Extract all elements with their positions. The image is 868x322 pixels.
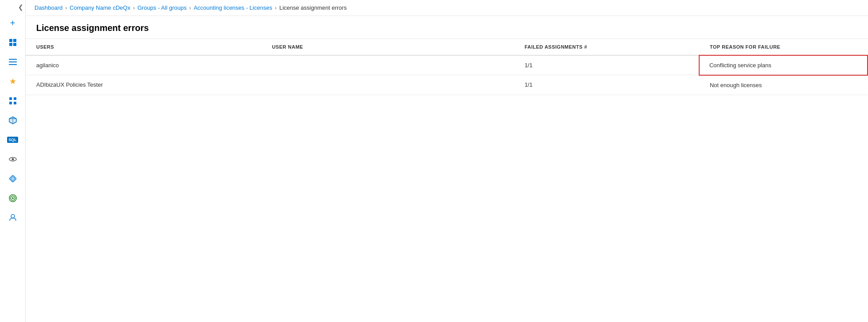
sidebar-item-favorites[interactable]: ★	[4, 73, 22, 90]
cell-failed: 1/1	[514, 55, 699, 75]
table-row[interactable]: agilanico1/1Conflicting service plans	[26, 55, 868, 75]
svg-rect-7	[9, 97, 12, 100]
cell-username	[261, 75, 514, 95]
breadcrumb-dashboard[interactable]: Dashboard	[34, 4, 63, 11]
svg-rect-8	[14, 97, 16, 100]
svg-rect-1	[13, 39, 16, 42]
breadcrumb: Dashboard › Company Name cDeQx › Groups …	[26, 0, 868, 16]
breadcrumb-current: License assignment errors	[279, 4, 346, 11]
breadcrumb-sep-2: ›	[133, 5, 135, 11]
target-icon	[9, 194, 17, 202]
sidebar-item-dashboard[interactable]	[4, 34, 22, 51]
table-container: USERS USER NAME FAILED ASSIGNMENTS # TOP…	[26, 39, 868, 322]
package-icon	[9, 116, 17, 124]
user-shield-icon	[9, 214, 17, 222]
svg-rect-5	[9, 61, 17, 62]
cell-users: ADIbizaUX Policies Tester	[26, 75, 261, 95]
sidebar: ❮ + ★	[0, 0, 26, 322]
breadcrumb-sep-3: ›	[189, 5, 191, 11]
sidebar-item-sql[interactable]: SQL	[4, 131, 22, 149]
list-icon	[9, 59, 17, 65]
sidebar-collapse-button[interactable]: ❮	[0, 4, 25, 11]
svg-point-21	[11, 215, 15, 218]
grid-icon	[9, 97, 16, 104]
sidebar-item-orbit[interactable]	[4, 150, 22, 168]
svg-rect-9	[9, 102, 12, 104]
col-header-failed: FAILED ASSIGNMENTS #	[514, 39, 699, 55]
breadcrumb-groups[interactable]: Groups - All groups	[137, 4, 187, 11]
cell-reason: Conflicting service plans	[699, 55, 868, 75]
star-icon: ★	[9, 77, 16, 86]
sidebar-item-target[interactable]	[4, 189, 22, 207]
main-content: Dashboard › Company Name cDeQx › Groups …	[26, 0, 868, 322]
sidebar-item-apps[interactable]	[4, 92, 22, 110]
svg-point-15	[11, 158, 14, 161]
license-errors-table: USERS USER NAME FAILED ASSIGNMENTS # TOP…	[26, 39, 868, 95]
orbit-icon	[9, 155, 17, 163]
svg-rect-6	[9, 64, 17, 65]
page-header: License assignment errors	[26, 16, 868, 39]
col-header-username: USER NAME	[261, 39, 514, 55]
svg-rect-4	[9, 59, 17, 60]
svg-rect-2	[9, 43, 12, 46]
sidebar-item-list[interactable]	[4, 53, 22, 71]
svg-rect-10	[14, 102, 16, 104]
sidebar-item-package[interactable]	[4, 111, 22, 129]
page-title: License assignment errors	[36, 23, 857, 33]
table-row[interactable]: ADIbizaUX Policies Tester1/1Not enough l…	[26, 75, 868, 95]
plus-icon: +	[10, 18, 15, 28]
breadcrumb-licenses[interactable]: Accounting licenses - Licenses	[194, 4, 272, 11]
sidebar-item-user-security[interactable]	[4, 209, 22, 226]
table-header-row: USERS USER NAME FAILED ASSIGNMENTS # TOP…	[26, 39, 868, 55]
breadcrumb-company[interactable]: Company Name cDeQx	[70, 4, 130, 11]
sql-icon: SQL	[7, 137, 18, 143]
breadcrumb-sep-1: ›	[65, 5, 67, 11]
cell-failed: 1/1	[514, 75, 699, 95]
svg-rect-3	[13, 43, 16, 46]
breadcrumb-sep-4: ›	[275, 5, 277, 11]
cell-username	[261, 55, 514, 75]
diamond-icon	[9, 175, 16, 182]
cell-users: agilanico	[26, 55, 261, 75]
dashboard-icon	[9, 38, 17, 46]
col-header-reason: TOP REASON FOR FAILURE	[699, 39, 868, 55]
svg-rect-0	[9, 39, 12, 42]
sidebar-item-diamond[interactable]	[4, 170, 22, 188]
chevron-left-icon: ❮	[18, 4, 23, 11]
cell-reason: Not enough licenses	[699, 75, 868, 95]
svg-point-20	[12, 197, 14, 199]
sidebar-item-add[interactable]: +	[4, 14, 22, 32]
col-header-users: USERS	[26, 39, 261, 55]
